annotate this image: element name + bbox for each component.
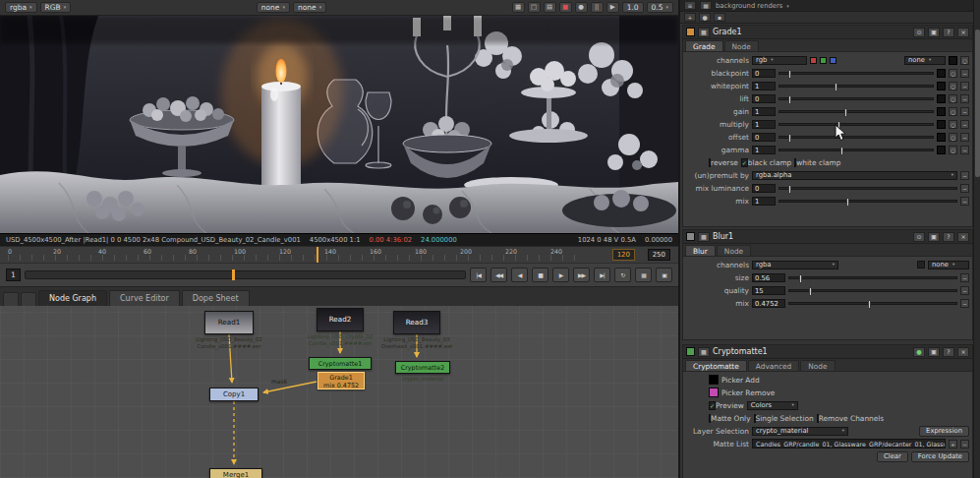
matte-remove-icon[interactable]: − <box>960 440 969 448</box>
slider-track[interactable] <box>778 123 934 126</box>
single-selection-checkbox[interactable]: Single Selection <box>754 414 814 423</box>
value-field[interactable]: 0 <box>752 94 776 103</box>
viewer-image[interactable] <box>0 16 678 233</box>
value-field[interactable]: 0 <box>752 184 776 193</box>
value-field[interactable]: 1 <box>752 146 776 154</box>
color-swatch[interactable] <box>937 107 946 116</box>
frame-lock-toggle[interactable]: ▣ <box>656 268 672 282</box>
reverse-checkbox[interactable]: reverse <box>709 158 738 167</box>
animation-menu-icon[interactable]: ~ <box>960 69 969 78</box>
node-copy1[interactable]: Copy1 <box>209 388 259 401</box>
white-clamp-checkbox[interactable]: white clamp <box>794 158 840 167</box>
record-icon[interactable]: ■ <box>559 2 572 13</box>
animation-menu-icon[interactable]: ~ <box>960 171 969 180</box>
tab-advanced[interactable]: Advanced <box>748 360 800 371</box>
loop-mode-button[interactable]: ↻ <box>614 268 631 282</box>
premult-dropdown[interactable]: rgba.alpha▾ <box>752 171 957 180</box>
slider-track[interactable] <box>788 276 957 279</box>
red-channel-checkbox[interactable] <box>810 57 817 64</box>
animation-menu-icon[interactable]: ~ <box>960 133 969 142</box>
green-channel-checkbox[interactable] <box>820 57 827 64</box>
wipe-icon[interactable]: □ <box>528 2 541 13</box>
value-field[interactable]: 0.4752 <box>752 299 785 308</box>
tab-blur[interactable]: Blur <box>685 245 716 256</box>
tab-node[interactable]: Node <box>800 360 835 371</box>
value-field[interactable]: 1 <box>752 82 776 90</box>
slider-track[interactable] <box>778 187 957 190</box>
menu-icon[interactable]: ≡ <box>684 1 696 10</box>
slider-track[interactable] <box>778 200 957 203</box>
colorwheel-icon[interactable]: ○ <box>949 82 957 90</box>
full-quality-toggle[interactable]: ▦ <box>635 268 652 282</box>
gain-field[interactable]: 1.0 <box>622 2 644 13</box>
node-color-chip[interactable] <box>686 347 695 356</box>
float-panel-icon[interactable]: ▣ <box>928 232 940 242</box>
animation-menu-icon[interactable]: ~ <box>960 82 969 90</box>
roi-icon[interactable]: ▤ <box>544 2 556 13</box>
animation-menu-icon[interactable]: ~ <box>960 197 969 206</box>
play-forward-fast-button[interactable]: ▶▶ <box>573 268 590 282</box>
float-panel-icon[interactable]: ▣ <box>928 347 940 357</box>
zoom-dropdown[interactable]: 0.5▾ <box>647 2 673 13</box>
expression-button[interactable]: Expression <box>919 426 969 437</box>
goto-start-button[interactable]: |◀ <box>470 268 487 282</box>
picker-add-swatch[interactable] <box>709 375 719 385</box>
layer-selection-dropdown[interactable]: crypto_material▾ <box>752 427 848 436</box>
live-indicator-icon[interactable]: ● <box>913 347 925 357</box>
channels-dropdown[interactable]: rgba▾ <box>752 261 838 269</box>
colorwheel-icon[interactable]: ○ <box>949 120 957 129</box>
remove-channels-checkbox[interactable]: Remove Channels <box>817 414 885 423</box>
tab-cryptomatte[interactable]: Cryptomatte <box>685 360 747 371</box>
color-swatch[interactable] <box>937 133 946 142</box>
pane-split-icon[interactable] <box>21 292 36 306</box>
node-grade1[interactable]: Grade1 mix 0.4752 <box>317 372 365 389</box>
animation-menu-icon[interactable]: ~ <box>960 107 969 116</box>
proxy-icon[interactable]: ● <box>575 2 588 13</box>
channels-icon[interactable]: ▦ <box>698 28 710 37</box>
frame-range-playhead[interactable] <box>232 269 235 280</box>
stop-button[interactable]: ■ <box>532 268 548 282</box>
scrollbar-thumb[interactable] <box>975 30 980 177</box>
color-swatch[interactable] <box>937 146 946 154</box>
preview-mode-dropdown[interactable]: Colors▾ <box>747 401 798 410</box>
tab-node[interactable]: Node <box>717 245 751 256</box>
playhead[interactable] <box>317 247 318 263</box>
edit-icon[interactable]: ▪ <box>714 13 725 22</box>
current-frame-field[interactable]: 120 <box>612 249 635 261</box>
slider-track[interactable] <box>778 149 934 151</box>
timeline-ruler[interactable]: 0 20 40 60 80 100 120 140 160 180 200 22… <box>0 246 678 263</box>
slider-track[interactable] <box>778 97 934 100</box>
channels-icon[interactable]: ▦ <box>698 232 710 242</box>
slider-track[interactable] <box>788 289 957 292</box>
force-update-button[interactable]: Force Update <box>911 451 969 462</box>
node-graph[interactable]: Read1 Lighting_USD_Beauty_02Candle_v001.… <box>0 306 678 478</box>
tab-node-graph[interactable]: Node Graph <box>38 290 107 306</box>
node-color-chip[interactable] <box>686 232 695 241</box>
slider-track[interactable] <box>788 302 957 305</box>
help-icon[interactable]: ? <box>943 28 954 37</box>
value-field[interactable]: 0 <box>752 133 776 142</box>
slider-track[interactable] <box>778 72 934 75</box>
tab-dope-sheet[interactable]: Dope Sheet <box>182 290 250 306</box>
animation-menu-icon[interactable]: ~ <box>960 299 969 308</box>
value-field[interactable]: 1 <box>752 107 776 116</box>
picker-remove-swatch[interactable] <box>709 388 719 397</box>
mask-channel-dropdown[interactable]: none▾ <box>928 261 969 269</box>
pin-icon[interactable]: ● <box>699 13 711 22</box>
color-swatch[interactable] <box>949 56 957 65</box>
preview-checkbox[interactable]: ✓Preview <box>709 401 744 410</box>
color-swatch[interactable] <box>937 69 946 78</box>
layout-icon[interactable]: ▦ <box>700 1 712 10</box>
animation-menu-icon[interactable]: ~ <box>960 273 969 282</box>
help-icon[interactable]: ? <box>943 347 954 357</box>
close-panel-icon[interactable]: × <box>957 232 969 242</box>
color-swatch[interactable] <box>937 82 946 90</box>
node-read2[interactable]: Read2 <box>317 308 364 331</box>
animation-menu-icon[interactable]: ~ <box>960 286 969 295</box>
mask-checkbox[interactable] <box>917 261 925 269</box>
pane-menu-icon[interactable] <box>3 292 19 306</box>
colorwheel-icon[interactable]: ○ <box>949 94 957 103</box>
node-cryptomatte2[interactable]: Cryptomatte2 <box>395 361 450 374</box>
animation-menu-icon[interactable]: ~ <box>960 94 969 103</box>
range-end-field[interactable]: 250 <box>648 249 670 261</box>
